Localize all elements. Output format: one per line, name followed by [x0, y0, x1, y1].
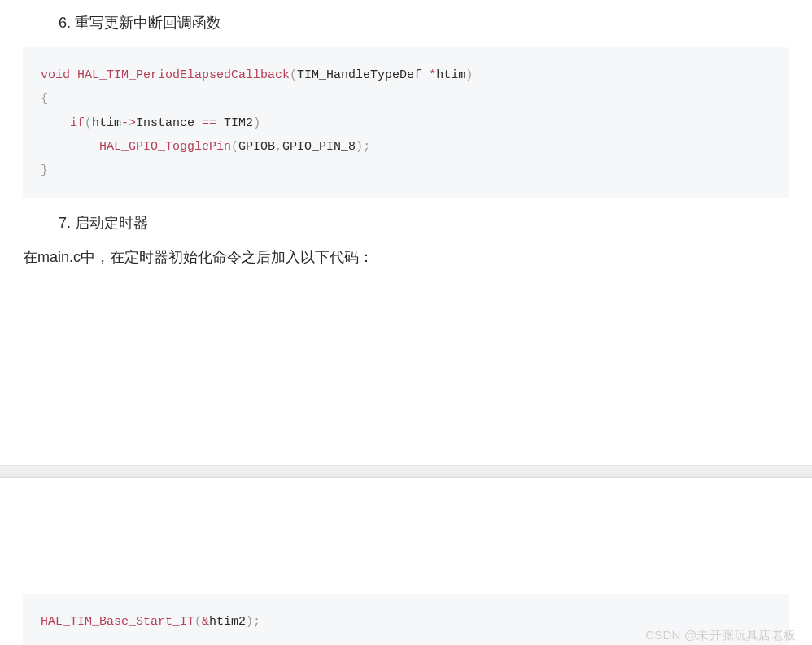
code-id: Instance — [136, 116, 194, 130]
code-ampersand: & — [202, 615, 209, 629]
code-arg: htim — [436, 68, 465, 82]
code-id: TIM2 — [224, 116, 253, 130]
code-punc: ( — [290, 68, 297, 82]
code-punc: ( — [194, 615, 202, 629]
code-punc: ) — [253, 116, 260, 130]
code-punc: ) — [465, 68, 473, 82]
content-upper: 6. 重写更新中断回调函数 void HAL_TIM_PeriodElapsed… — [0, 13, 812, 267]
code-fn-name: HAL_TIM_PeriodElapsedCallback — [77, 68, 290, 82]
code-type: TIM_HandleTypeDef — [297, 68, 421, 82]
code-semicolon: ; — [253, 615, 260, 629]
code-punc: ( — [231, 140, 238, 154]
code-space — [421, 68, 429, 82]
code-punc: ) — [356, 140, 363, 154]
code-arg: GPIOB — [238, 140, 275, 154]
code-punc: ) — [246, 615, 253, 629]
watermark: CSDN @未开张玩具店老板 — [645, 628, 796, 643]
code-kw-if: if — [70, 116, 85, 130]
code-punc: ( — [85, 116, 92, 130]
code-id: htim — [92, 116, 121, 130]
page: 6. 重写更新中断回调函数 void HAL_TIM_PeriodElapsed… — [0, 13, 812, 645]
code-fn-name: HAL_GPIO_TogglePin — [99, 140, 231, 154]
code-eq: == — [194, 116, 224, 130]
code-kw: void — [41, 68, 70, 82]
code-arrow: -> — [121, 116, 136, 130]
code-arg: GPIO_PIN_8 — [282, 140, 356, 154]
code-punc: , — [275, 140, 282, 154]
step-7-paragraph: 在main.c中，在定时器初始化命令之后加入以下代码： — [23, 247, 789, 267]
code-semicolon: ; — [363, 140, 370, 154]
code-arg: htim2 — [209, 615, 246, 629]
code-block-callback[interactable]: void HAL_TIM_PeriodElapsedCallback(TIM_H… — [23, 47, 789, 198]
code-brace-open: { — [41, 92, 48, 106]
code-fn-name: HAL_TIM_Base_Start_IT — [41, 615, 194, 629]
section-divider — [0, 465, 812, 478]
code-star: * — [429, 68, 436, 82]
step-6-heading: 6. 重写更新中断回调函数 — [59, 13, 789, 33]
code-brace-close: } — [41, 163, 48, 177]
step-7-heading: 7. 启动定时器 — [59, 213, 789, 233]
